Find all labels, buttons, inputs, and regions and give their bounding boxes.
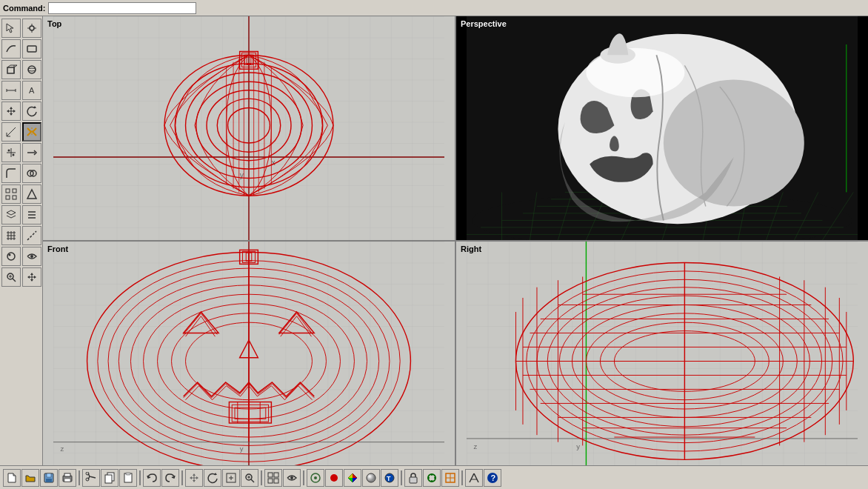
copy-btn[interactable] bbox=[101, 469, 118, 487]
set-view-btn[interactable] bbox=[283, 469, 301, 487]
command-label: Command: bbox=[3, 4, 45, 13]
svg-line-43 bbox=[13, 279, 16, 282]
mirror-tool[interactable] bbox=[22, 122, 41, 142]
sep5 bbox=[303, 470, 304, 485]
svg-rect-25 bbox=[13, 189, 16, 193]
rotate-tool[interactable] bbox=[22, 102, 41, 121]
zoom-extend-btn[interactable] bbox=[222, 469, 240, 487]
svg-line-174 bbox=[251, 479, 254, 482]
svg-marker-28 bbox=[27, 190, 36, 199]
svg-rect-121 bbox=[467, 242, 858, 465]
svg-rect-179 bbox=[268, 479, 273, 483]
sep3 bbox=[181, 470, 183, 485]
surface-tool[interactable] bbox=[22, 39, 41, 59]
svg-point-39 bbox=[7, 253, 15, 260]
svg-point-93 bbox=[664, 79, 804, 206]
extend-tool[interactable] bbox=[22, 143, 41, 162]
print-btn[interactable] bbox=[59, 469, 76, 487]
cut-btn[interactable] bbox=[82, 469, 100, 487]
texture-btn[interactable]: T bbox=[381, 469, 398, 487]
svg-rect-159 bbox=[47, 473, 51, 477]
svg-rect-160 bbox=[46, 479, 52, 482]
svg-point-185 bbox=[367, 473, 375, 482]
sep6 bbox=[401, 470, 402, 485]
named-views-btn[interactable] bbox=[264, 469, 282, 487]
construction-tool[interactable] bbox=[22, 226, 41, 245]
svg-point-10 bbox=[28, 68, 36, 71]
sep4 bbox=[261, 470, 262, 485]
new-btn[interactable] bbox=[3, 469, 21, 487]
svg-point-9 bbox=[28, 66, 36, 73]
array-tool[interactable] bbox=[1, 184, 21, 204]
sep2 bbox=[139, 470, 141, 485]
svg-rect-178 bbox=[274, 473, 278, 477]
render-btn[interactable] bbox=[1, 247, 21, 266]
color-btn[interactable] bbox=[344, 469, 361, 487]
left-toolbar: A bbox=[0, 16, 43, 465]
svg-point-41 bbox=[30, 255, 33, 258]
help-btn[interactable]: ? bbox=[484, 469, 501, 487]
rotate-view-btn[interactable] bbox=[204, 469, 221, 487]
undo-btn[interactable] bbox=[143, 469, 161, 487]
top-view-svg: y x bbox=[43, 16, 455, 240]
zoom-tool[interactable] bbox=[1, 267, 21, 287]
svg-point-20 bbox=[12, 154, 14, 156]
viewport-front[interactable]: Front z y bbox=[43, 242, 455, 465]
svg-text:?: ? bbox=[491, 473, 496, 482]
zoom-select-btn[interactable] bbox=[241, 469, 258, 487]
pan-tool[interactable] bbox=[22, 267, 41, 287]
svg-rect-163 bbox=[64, 479, 70, 482]
save-btn[interactable] bbox=[40, 469, 58, 487]
svg-rect-6 bbox=[7, 67, 14, 73]
view-btn[interactable] bbox=[22, 247, 41, 266]
text-tool[interactable]: A bbox=[22, 81, 41, 100]
viewport-right[interactable]: Right z y bbox=[456, 242, 868, 465]
dim-tool[interactable] bbox=[1, 81, 21, 100]
svg-point-40 bbox=[8, 254, 10, 256]
svg-text:z: z bbox=[60, 445, 64, 453]
svg-point-184 bbox=[330, 474, 338, 482]
layer-tool[interactable] bbox=[1, 205, 21, 224]
command-input[interactable] bbox=[48, 2, 196, 14]
svg-point-0 bbox=[30, 26, 34, 30]
svg-point-19 bbox=[7, 150, 10, 152]
material-btn[interactable] bbox=[362, 469, 380, 487]
boolean-tool[interactable] bbox=[22, 164, 41, 183]
svg-rect-5 bbox=[27, 46, 36, 52]
select-tool[interactable] bbox=[1, 19, 21, 38]
svg-rect-27 bbox=[13, 196, 16, 199]
bottom-toolbar: T ? bbox=[0, 465, 868, 489]
mesh-tool[interactable] bbox=[22, 60, 41, 79]
paste-btn[interactable] bbox=[119, 469, 137, 487]
solid-tool[interactable] bbox=[1, 60, 21, 79]
fillet-tool[interactable] bbox=[1, 164, 21, 183]
prop-snap-btn[interactable] bbox=[465, 469, 483, 487]
curve-tool[interactable] bbox=[1, 39, 21, 59]
open-btn[interactable] bbox=[21, 469, 39, 487]
svg-rect-167 bbox=[105, 475, 112, 483]
move-tool[interactable] bbox=[1, 102, 21, 121]
viewport-perspective[interactable]: Perspective bbox=[456, 16, 868, 240]
perspective-view-svg bbox=[456, 16, 868, 240]
svg-line-196 bbox=[470, 473, 474, 482]
svg-rect-24 bbox=[6, 189, 10, 193]
wire-btn[interactable] bbox=[441, 469, 459, 487]
lock-btn[interactable] bbox=[404, 469, 422, 487]
record-btn[interactable] bbox=[325, 469, 343, 487]
osnap2-btn[interactable] bbox=[423, 469, 441, 487]
right-view-svg: z y bbox=[456, 242, 868, 465]
pan-view-btn[interactable] bbox=[185, 469, 203, 487]
snap-grid-tool[interactable] bbox=[1, 226, 21, 245]
sep7 bbox=[461, 470, 463, 485]
object-snap-btn[interactable] bbox=[307, 469, 324, 487]
svg-point-181 bbox=[290, 476, 293, 479]
properties-tool[interactable] bbox=[22, 205, 41, 224]
trim-tool[interactable] bbox=[1, 143, 21, 162]
point-tool[interactable] bbox=[22, 19, 41, 38]
osnap-tool[interactable] bbox=[22, 184, 41, 204]
svg-text:y: y bbox=[576, 442, 580, 450]
command-bar: Command: bbox=[0, 0, 868, 16]
redo-btn[interactable] bbox=[161, 469, 179, 487]
viewport-top[interactable]: Top y x bbox=[43, 16, 455, 240]
scale-tool[interactable] bbox=[1, 122, 21, 142]
